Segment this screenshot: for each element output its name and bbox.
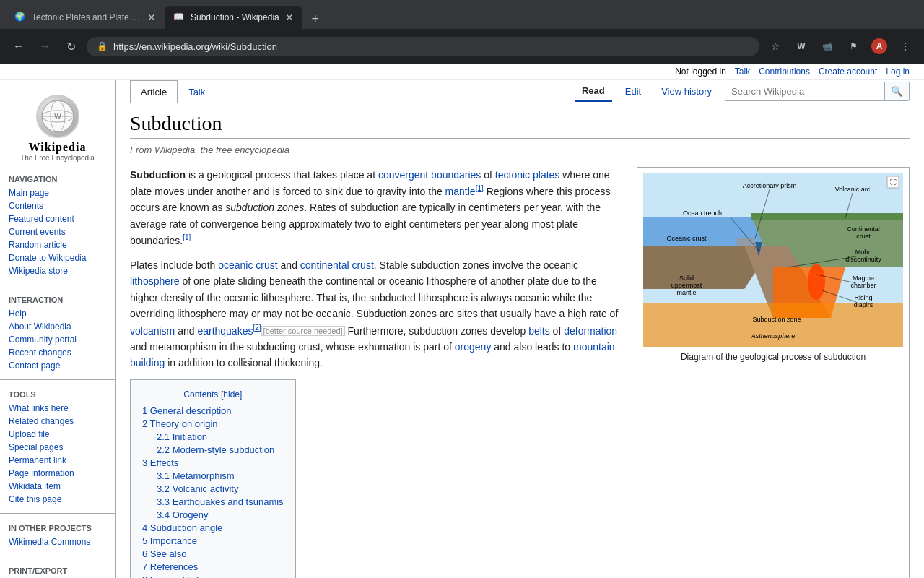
tab-talk[interactable]: Talk xyxy=(178,80,216,103)
sidebar-item-special-pages[interactable]: Special pages xyxy=(0,441,115,454)
contents-title: Contents [hide] xyxy=(142,389,284,400)
sidebar-item-current-events[interactable]: Current events xyxy=(0,225,115,238)
oceanic-crust-link[interactable]: oceanic crust xyxy=(218,259,277,271)
sidebar-item-store[interactable]: Wikipedia store xyxy=(0,264,115,277)
p2-pre: Plates include both xyxy=(130,259,218,271)
wikipedia-ext-button[interactable]: W xyxy=(791,36,811,56)
reload-icon: ↻ xyxy=(66,40,76,53)
contents-link-2[interactable]: 2 Theory on origin xyxy=(142,418,218,429)
sidebar-item-wikidata[interactable]: Wikidata item xyxy=(0,480,115,493)
sidebar-item-recent-changes[interactable]: Recent changes xyxy=(0,346,115,359)
header-area: Not logged in Talk Contributions Create … xyxy=(0,64,924,80)
contents-link-3-2[interactable]: 3.2 Volcanic activity xyxy=(157,483,238,494)
contents-label: Contents xyxy=(183,389,218,400)
nav-bar: ← → ↻ 🔒 https://en.wikipedia.org/wiki/Su… xyxy=(0,29,924,64)
contents-link-4[interactable]: 4 Subduction angle xyxy=(142,522,222,533)
sidebar-item-related-changes[interactable]: Related changes xyxy=(0,415,115,428)
sidebar-item-main-page[interactable]: Main page xyxy=(0,186,115,199)
view-history-action[interactable]: View history xyxy=(654,82,719,101)
tab-article[interactable]: Article xyxy=(130,80,178,103)
sidebar-item-community[interactable]: Community portal xyxy=(0,333,115,346)
contents-list: 1 General description 2 Theory on origin… xyxy=(142,405,284,578)
bookmark-button[interactable]: ☆ xyxy=(765,36,785,56)
contents-item-1: 1 General description xyxy=(142,405,284,416)
svg-text:⛶: ⛶ xyxy=(890,178,897,186)
convergent-boundaries-link[interactable]: convergent boundaries xyxy=(378,169,481,181)
mantle-link[interactable]: mantle xyxy=(445,186,476,197)
contents-link-3-4[interactable]: 3.4 Orogeny xyxy=(157,509,209,520)
ext-button-3[interactable]: ⚑ xyxy=(843,36,863,56)
wiki-globe: W xyxy=(36,95,79,138)
tab-2-close[interactable]: ✕ xyxy=(285,12,294,23)
not-logged-in-label: Not logged in xyxy=(675,66,726,77)
sidebar-item-wikimedia-commons[interactable]: Wikimedia Commons xyxy=(0,535,115,548)
diagram-container: Accretionary prism Volcanic arc Ocean tr… xyxy=(643,173,903,349)
wiki-body: W Wikipedia The Free Encyclopedia Naviga… xyxy=(0,80,924,578)
forward-button[interactable]: → xyxy=(35,36,55,56)
label-rising-diapirs: Rising xyxy=(854,294,872,301)
sidebar-item-donate[interactable]: Donate to Wikipedia xyxy=(0,251,115,264)
ref-2: [2] xyxy=(253,324,261,332)
sidebar-item-contents[interactable]: Contents xyxy=(0,199,115,212)
search-input[interactable] xyxy=(725,82,884,100)
deformation-link[interactable]: deformation xyxy=(564,324,617,336)
sidebar-item-help[interactable]: Help xyxy=(0,307,115,320)
sidebar-item-permanent-link[interactable]: Permanent link xyxy=(0,454,115,467)
search-button[interactable]: 🔍 xyxy=(884,82,909,100)
new-tab-button[interactable]: + xyxy=(305,9,326,29)
sidebar-interaction-section: Interaction Help About Wikipedia Communi… xyxy=(0,290,115,375)
contents-link-5[interactable]: 5 Importance xyxy=(142,535,197,546)
contents-hide[interactable]: [hide] xyxy=(221,389,242,400)
sidebar-item-upload-file[interactable]: Upload file xyxy=(0,428,115,441)
earthquakes-link[interactable]: earthquakes xyxy=(197,324,253,336)
read-action[interactable]: Read xyxy=(575,81,612,102)
sidebar-item-contact[interactable]: Contact page xyxy=(0,359,115,372)
address-bar[interactable]: 🔒 https://en.wikipedia.org/wiki/Subducti… xyxy=(87,37,759,56)
sidebar-item-about[interactable]: About Wikipedia xyxy=(0,320,115,333)
contents-link-3[interactable]: 3 Effects xyxy=(142,457,178,468)
edit-action[interactable]: Edit xyxy=(618,82,648,101)
reload-button[interactable]: ↻ xyxy=(61,36,81,56)
contents-link-2-1[interactable]: 2.1 Initiation xyxy=(157,431,207,442)
sidebar-item-what-links-here[interactable]: What links here xyxy=(0,402,115,415)
tab-1[interactable]: 🌍 Tectonic Plates and Plate Bou... ✕ xyxy=(6,6,165,29)
address-text: https://en.wikipedia.org/wiki/Subduction xyxy=(113,41,749,52)
label-continental-crust: Continental xyxy=(847,225,880,233)
sidebar-item-random-article[interactable]: Random article xyxy=(0,238,115,251)
tectonic-plates-link[interactable]: tectonic plates xyxy=(495,169,560,181)
contents-link-8[interactable]: 8 External links xyxy=(142,574,206,578)
contents-link-2-2[interactable]: 2.2 Modern-style subduction xyxy=(157,444,274,455)
contents-item-6: 6 See also xyxy=(142,548,284,559)
belts-link[interactable]: belts xyxy=(528,324,550,336)
sidebar-item-page-information[interactable]: Page information xyxy=(0,467,115,480)
contents-link-1[interactable]: 1 General description xyxy=(142,405,232,416)
contents-link-3-1[interactable]: 3.1 Metamorphism xyxy=(157,470,235,481)
orogeny-link[interactable]: orogeny xyxy=(455,341,492,353)
log-in-link[interactable]: Log in xyxy=(886,66,910,77)
tab-1-close[interactable]: ✕ xyxy=(147,12,156,23)
profile-button[interactable]: A xyxy=(869,36,889,56)
continental-crust-link[interactable]: continental crust xyxy=(300,259,374,271)
profile-icon: A xyxy=(871,38,887,54)
tab-2[interactable]: 📖 Subduction - Wikipedia ✕ xyxy=(165,6,302,29)
create-account-link[interactable]: Create account xyxy=(819,66,877,77)
wiki-tabs: Article Talk xyxy=(130,80,216,103)
menu-button[interactable]: ⋮ xyxy=(895,36,915,56)
tab-bar: 🌍 Tectonic Plates and Plate Bou... ✕ 📖 S… xyxy=(0,0,924,29)
sidebar-item-cite-this-page[interactable]: Cite this page xyxy=(0,493,115,506)
contents-link-7[interactable]: 7 References xyxy=(142,561,198,572)
contributions-link[interactable]: Contributions xyxy=(759,66,810,77)
volcanism-link[interactable]: volcanism xyxy=(130,324,175,336)
wiki-text: Subduction is a geological process that … xyxy=(130,167,622,578)
label-ocean-trench: Ocean trench xyxy=(683,210,722,217)
back-button[interactable]: ← xyxy=(9,36,29,56)
lithosphere-link[interactable]: lithosphere xyxy=(130,275,180,287)
contents-link-3-3[interactable]: 3.3 Earthquakes and tsunamis xyxy=(157,496,284,507)
talk-link[interactable]: Talk xyxy=(735,66,750,77)
ext-button-2[interactable]: 📹 xyxy=(817,36,837,56)
label-moho: Moho xyxy=(855,249,872,256)
diagram-box: Accretionary prism Volcanic arc Ocean tr… xyxy=(637,167,910,578)
sidebar-item-featured-content[interactable]: Featured content xyxy=(0,212,115,225)
contents-link-6[interactable]: 6 See also xyxy=(142,548,186,559)
ext-2-icon: 📹 xyxy=(822,41,833,51)
